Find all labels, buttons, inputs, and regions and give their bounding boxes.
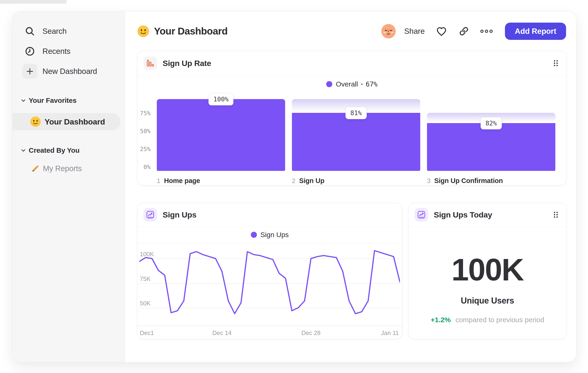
card-header: Sign Up Rate bbox=[137, 51, 566, 76]
conversion-label-chip: 82% bbox=[481, 117, 502, 129]
line-legend[interactable]: Sign Ups bbox=[137, 226, 402, 243]
sidebar: Search Recents New Dashboard bbox=[13, 11, 125, 362]
kpi-delta-row: +1.2% compared to previous period bbox=[409, 315, 566, 324]
legend-separator: • bbox=[361, 81, 363, 88]
sidebar-item-new-dashboard[interactable]: New Dashboard bbox=[13, 61, 125, 81]
funnel-bar[interactable]: 100% bbox=[157, 99, 285, 171]
legend-label: Overall bbox=[336, 80, 358, 88]
line-chart-icon bbox=[144, 208, 157, 222]
chevron-down-icon bbox=[20, 97, 26, 103]
y-axis-tick: 50% bbox=[137, 128, 150, 135]
sidebar-item-label: Your Dashboard bbox=[45, 117, 105, 126]
funnel-step-label: 1Home page bbox=[157, 177, 285, 185]
card-header: Sign Ups bbox=[137, 203, 402, 227]
search-icon bbox=[22, 24, 37, 39]
background-window-edge bbox=[0, 0, 66, 4]
pencil-emoji bbox=[29, 164, 39, 173]
page-title-group: Your Dashboard bbox=[137, 19, 228, 43]
card-title: Sign Up Rate bbox=[163, 59, 211, 68]
sidebar-item-recents[interactable]: Recents bbox=[13, 41, 125, 61]
kpi-value: 100K bbox=[409, 253, 566, 286]
legend-label: Sign Ups bbox=[260, 231, 289, 239]
x-axis-tick: Dec 28 bbox=[301, 329, 320, 337]
heart-icon[interactable] bbox=[435, 25, 448, 37]
sidebar-item-label: Recents bbox=[42, 47, 71, 56]
funnel-step-label: 2Sign Up bbox=[292, 177, 420, 185]
funnel-bar-fill bbox=[157, 99, 285, 171]
funnel-bar-fill bbox=[292, 113, 420, 171]
sidebar-item-label: My Reports bbox=[43, 164, 82, 173]
y-axis-tick: 0% bbox=[137, 164, 150, 171]
link-icon[interactable] bbox=[458, 26, 470, 37]
funnel-columns: 100%81%82% bbox=[157, 99, 555, 171]
bar-chart-icon bbox=[144, 56, 157, 70]
clock-icon bbox=[22, 44, 37, 59]
kpi-caption: Unique Users bbox=[409, 296, 566, 306]
x-axis-tick: Dec 14 bbox=[212, 329, 231, 337]
funnel-step-label: 3Sign Up Confirmation bbox=[427, 177, 555, 185]
sidebar-item-label: New Dashboard bbox=[42, 67, 97, 76]
card-header: Sign Ups Today bbox=[409, 203, 566, 227]
funnel-bar[interactable]: 81% bbox=[292, 99, 420, 171]
sign-ups-card: Sign Ups Sign Ups 100K75K50K Dec1Dec 14D… bbox=[137, 203, 402, 339]
drag-handle-icon[interactable] bbox=[553, 211, 558, 218]
smiley-emoji bbox=[30, 116, 41, 127]
sidebar-item-label: Search bbox=[42, 27, 66, 36]
card-title: Sign Ups Today bbox=[434, 210, 492, 219]
conversion-label-chip: 100% bbox=[208, 93, 233, 105]
chevron-down-icon bbox=[20, 147, 26, 153]
line-chart-icon bbox=[415, 208, 428, 222]
line-series bbox=[139, 244, 400, 326]
smiley-emoji bbox=[137, 25, 149, 37]
x-axis-line bbox=[137, 326, 402, 326]
funnel-step-labels: 1Home page2Sign Up3Sign Up Confirmation bbox=[157, 177, 555, 185]
header-actions: Share Add Report bbox=[381, 23, 566, 40]
sidebar-section-your-favorites[interactable]: Your Favorites bbox=[13, 93, 125, 108]
app-window: Search Recents New Dashboard bbox=[12, 11, 576, 362]
avatar[interactable] bbox=[381, 24, 396, 39]
drag-handle-icon[interactable] bbox=[553, 60, 558, 67]
add-report-button[interactable]: Add Report bbox=[505, 23, 566, 40]
conversion-label-chip: 81% bbox=[346, 107, 367, 119]
sign-up-rate-card: Sign Up Rate Overall • 67% 75%50%25%0% 1… bbox=[137, 51, 567, 186]
plus-icon bbox=[22, 64, 37, 79]
main-content: Your Dashboard Share bbox=[125, 11, 576, 362]
funnel-legend[interactable]: Overall • 67% bbox=[137, 80, 566, 88]
legend-value: 67% bbox=[366, 81, 378, 88]
kpi-comparison-text: compared to previous period bbox=[455, 316, 544, 323]
section-title: Your Favorites bbox=[29, 97, 76, 104]
sidebar-item-your-dashboard[interactable]: Your Dashboard bbox=[13, 113, 120, 130]
y-axis-tick: 75% bbox=[137, 110, 150, 117]
section-title: Created By You bbox=[29, 146, 80, 154]
sidebar-item-my-reports[interactable]: My Reports bbox=[13, 160, 125, 177]
page-header: Your Dashboard Share bbox=[137, 22, 566, 41]
sidebar-section-created-by-you[interactable]: Created By You bbox=[13, 143, 125, 157]
y-axis-tick: 25% bbox=[137, 146, 150, 153]
share-button[interactable]: Share bbox=[404, 27, 425, 36]
kpi-delta-value: +1.2% bbox=[431, 316, 451, 323]
more-options-icon[interactable] bbox=[480, 29, 493, 34]
funnel-bar-fill bbox=[427, 123, 555, 171]
legend-dot bbox=[251, 232, 257, 238]
legend-dot bbox=[326, 81, 332, 87]
page-title: Your Dashboard bbox=[154, 26, 228, 37]
funnel-bar[interactable]: 82% bbox=[427, 99, 555, 171]
sign-ups-today-card: Sign Ups Today 100K Unique Users +1.2% c… bbox=[408, 203, 567, 339]
x-axis-tick: Jan 11 bbox=[381, 329, 399, 337]
card-title: Sign Ups bbox=[163, 210, 197, 219]
x-axis-tick: Dec1 bbox=[140, 329, 154, 337]
sidebar-item-search[interactable]: Search bbox=[13, 21, 125, 41]
